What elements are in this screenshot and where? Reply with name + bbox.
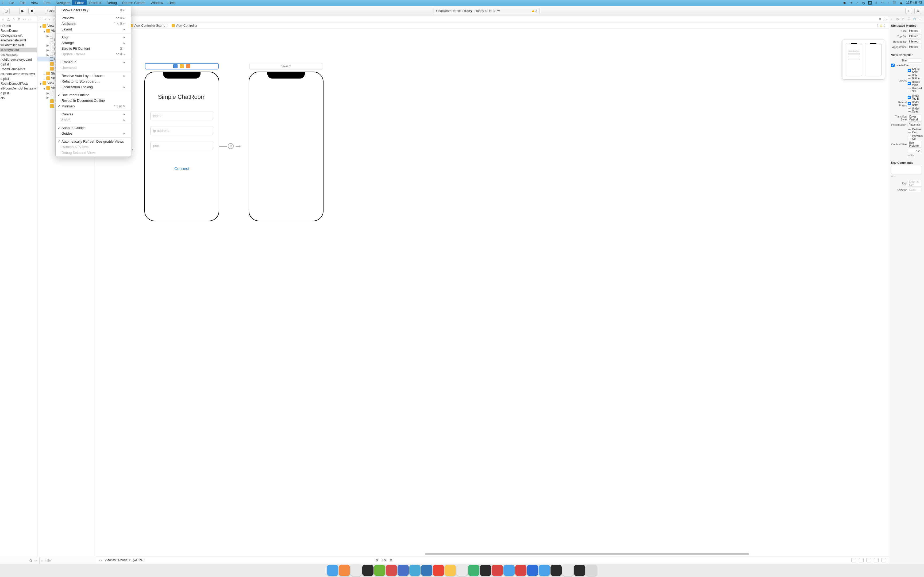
menuitem-embed-in[interactable]: Embed In▸ — [56, 59, 131, 65]
content-size-select[interactable]: Use Preferre — [908, 141, 922, 148]
checkbox-row[interactable]: Under Opaq — [908, 107, 922, 113]
dock-app[interactable] — [468, 565, 480, 576]
scene-dock[interactable] — [145, 63, 219, 69]
dock-app[interactable] — [539, 565, 550, 576]
file-item[interactable]: oDelegate.swift — [0, 33, 37, 38]
checkbox-row[interactable]: Use Full Scr — [908, 87, 922, 93]
embed-button[interactable] — [874, 558, 879, 562]
stop-icon[interactable]: ⏺ — [843, 1, 846, 5]
file-item[interactable]: nchScreen.storyboard — [0, 57, 37, 62]
checkbox[interactable] — [908, 69, 911, 72]
pin-button[interactable] — [859, 558, 864, 562]
checkbox-row[interactable]: Hide Bottom — [908, 74, 922, 80]
menuitem-document-outline[interactable]: ✓Document Outline — [56, 92, 131, 98]
filter-icon[interactable]: ⌕ — [41, 559, 43, 562]
jump-warn-icon[interactable]: △ — [880, 23, 882, 28]
menuitem-assistant[interactable]: Assistant⌃⌥⌘↩︎ — [56, 21, 131, 26]
connect-button[interactable]: Connect — [150, 166, 213, 171]
dock-app[interactable] — [527, 565, 538, 576]
run-button[interactable]: ▶ — [19, 8, 26, 14]
recent-icon[interactable]: ◷ — [29, 559, 32, 562]
checkbox-row[interactable]: Defines Con — [908, 128, 922, 134]
editor-layout-icon[interactable]: ▭ — [884, 18, 887, 21]
file-item[interactable]: RoomDemoTests — [0, 67, 37, 72]
menu-help[interactable]: Help — [166, 0, 178, 5]
jump-fwd-icon[interactable]: 〉 — [884, 23, 887, 28]
file-item[interactable]: nDemo — [0, 24, 37, 28]
spotlight-icon[interactable]: ⌕ — [887, 1, 889, 5]
sim-select[interactable]: Inferred — [908, 40, 922, 44]
title-field[interactable] — [908, 58, 922, 63]
file-item[interactable]: atRoomDemoTests.swift — [0, 72, 37, 76]
menu-source-control[interactable]: Source Control — [120, 0, 148, 5]
dock-app[interactable] — [562, 565, 573, 576]
view-as-label[interactable]: View as: iPhone 11 (wC hR) — [105, 558, 145, 562]
file-item[interactable]: o.plist — [0, 76, 37, 81]
checkbox[interactable] — [891, 64, 895, 67]
dock-app[interactable] — [574, 565, 585, 576]
apple-icon[interactable] — [2, 2, 4, 4]
file-item[interactable]: o.plist — [0, 91, 37, 96]
selector-field[interactable]: action — [908, 188, 922, 192]
file-item[interactable]: RoomDemo — [0, 28, 37, 33]
checkbox[interactable] — [908, 136, 911, 139]
breadcrumb[interactable]: View Controller — [171, 24, 199, 27]
key-commands-list[interactable] — [891, 166, 922, 174]
menubar-clock[interactable]: 12月4日 周 — [906, 0, 922, 5]
input-icon[interactable]: A — [868, 2, 872, 5]
dock-app[interactable] — [480, 565, 491, 576]
dock-app[interactable] — [362, 565, 373, 576]
menu-window[interactable]: Window — [148, 0, 166, 5]
transition-select[interactable]: Cover Vertical — [908, 114, 922, 121]
checkbox[interactable] — [908, 96, 911, 99]
menuitem-minimap[interactable]: ✓Minimap⌃⇧⌘ M — [56, 103, 131, 109]
vc-icon[interactable] — [173, 64, 178, 68]
dock-app[interactable] — [492, 565, 503, 576]
checkbox[interactable] — [908, 88, 911, 91]
menuitem-snap-to-guides[interactable]: ✓Snap to Guides — [56, 125, 131, 131]
dock-app[interactable] — [551, 565, 562, 576]
add-button[interactable]: + — [891, 175, 893, 178]
search-icon[interactable]: ⌕ — [856, 1, 858, 5]
checkbox-row[interactable]: Adjust Scrol — [908, 68, 922, 73]
file-item[interactable]: wController.swift — [0, 43, 37, 48]
presentation-select[interactable]: Automatic — [908, 122, 922, 127]
menuitem-refactor-to-storyboard-[interactable]: Refactor to Storyboard… — [56, 79, 131, 84]
size-inspector-icon[interactable]: ↔ — [919, 18, 922, 21]
warn-tab-icon[interactable]: △ — [6, 18, 10, 21]
menuitem-zoom[interactable]: Zoom▸ — [56, 117, 131, 122]
zoom-out-icon[interactable]: ⊖ — [375, 558, 378, 562]
checkbox[interactable] — [908, 102, 911, 105]
checkbox[interactable] — [908, 129, 911, 133]
scene-dock[interactable]: View C — [249, 63, 323, 69]
storyboard-canvas[interactable]: → —⊞→ Simple ChatRoom Name ip address po… — [96, 29, 889, 556]
menu-debug[interactable]: Debug — [104, 0, 120, 5]
device-scene-2[interactable]: View C — [249, 72, 323, 221]
debug-tab-icon[interactable]: ▭ — [28, 18, 32, 21]
control-center-icon[interactable]: ☰ — [893, 1, 896, 5]
segue-arrow-icon[interactable]: —⊞→ — [219, 142, 242, 151]
file-item[interactable]: cts — [0, 96, 37, 100]
user-icon[interactable]: ◉ — [900, 1, 902, 5]
textfield-name[interactable]: Name — [150, 111, 213, 120]
textfield-ip[interactable]: ip address — [150, 126, 213, 135]
checkbox-row[interactable]: Provides Co — [908, 134, 922, 140]
menuitem-align[interactable]: Align▸ — [56, 34, 131, 40]
sim-select[interactable]: Inferred — [908, 29, 922, 33]
sim-select[interactable]: Inferred — [908, 34, 922, 39]
zoom-in-icon[interactable]: ⊕ — [390, 558, 393, 562]
file-item[interactable]: atRoomDemoUITests.swift — [0, 86, 37, 91]
outline-toggle-icon[interactable]: ☰ — [40, 18, 42, 21]
embed2-button[interactable] — [881, 558, 886, 562]
wifi-icon[interactable]: ◠ — [881, 1, 884, 5]
menuitem-preview[interactable]: Preview⌥⌘↩︎ — [56, 15, 131, 21]
checkbox-row[interactable]: Under Botto — [908, 101, 922, 106]
dock-app[interactable] — [351, 565, 362, 576]
dock-app[interactable] — [374, 565, 385, 576]
dock-app[interactable] — [433, 565, 444, 576]
file-item[interactable]: o.plist — [0, 62, 37, 67]
resolve-button[interactable] — [866, 558, 871, 562]
dock-app[interactable] — [409, 565, 420, 576]
menu-navigate[interactable]: Navigate — [53, 0, 72, 5]
file-item[interactable]: RoomDemoUITests — [0, 81, 37, 86]
